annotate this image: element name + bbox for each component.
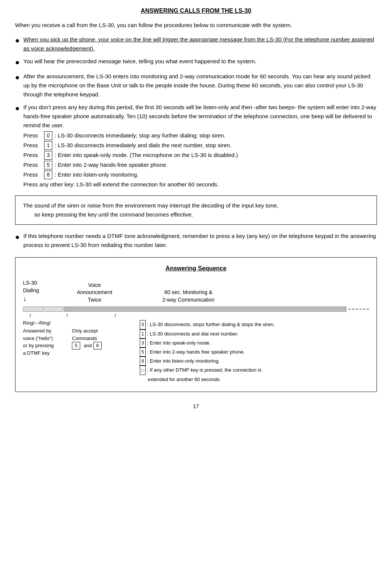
cmd-other: □ : If any other DTMF key is pressed, th… <box>140 366 369 384</box>
list-item-2: ● You will hear the prerecorded message … <box>15 57 377 68</box>
press-row-5: Press 5 : Enter into 2-way hands-free sp… <box>23 161 377 169</box>
bullet-dot-1: ● <box>15 34 20 46</box>
cmd-1: 1 : LS-30 disconnects and dial next numb… <box>140 329 369 339</box>
list-item-4: ● If you don’t press any key during this… <box>15 103 377 189</box>
bullet-dot-3: ● <box>15 71 20 83</box>
press-row-0: Press 0 : LS-30 disconnects immediately;… <box>23 131 377 140</box>
timeline-box2 <box>43 307 63 312</box>
press-desc-0: : LS-30 disconnects immediately; stop an… <box>55 131 226 140</box>
answering-section: Answering Sequence LS-30Dialing↓ VoiceAn… <box>15 257 377 392</box>
seq-top-labels: LS-30Dialing↓ VoiceAnnouncementTwice 60 … <box>23 279 369 303</box>
press-label-8: Press <box>23 171 44 179</box>
cmd-0: 0 : LS-30 disconnects, stops further dia… <box>140 320 369 329</box>
timeline-bar-row <box>23 307 369 312</box>
arrows-row: ↑ ↑ ↑ <box>23 313 369 319</box>
bullet-content-1: When you pick up the phone, your voice o… <box>23 35 377 53</box>
press-desc-3: : Enter into speak-only mode. (The micro… <box>55 151 238 160</box>
sequence-diagram: LS-30Dialing↓ VoiceAnnouncementTwice 60 … <box>23 279 369 384</box>
timeline-box1 <box>23 307 43 312</box>
press-desc-1: : LS-30 disconnects immediately and dial… <box>55 141 231 150</box>
press-label-5: Press <box>23 161 44 169</box>
only-accept-label: Only acceptCommands5 and 8 <box>72 327 104 349</box>
bullet-content-5: If this telephone number needs a DTMF to… <box>23 232 377 250</box>
bullet-content-2: You will hear the prerecorded message tw… <box>23 57 377 66</box>
press-label-3: Press <box>23 151 44 160</box>
page-title: ANSWERING CALLS FROM THE LS-30 <box>15 8 377 14</box>
bullet-dot-5: ● <box>15 231 20 243</box>
answered-label: Answered byvoice ("hello")or by pressing… <box>23 327 68 357</box>
press-desc-5: : Enter into 2-way hands-free speaker ph… <box>55 161 168 169</box>
bullet-content-4: If you don’t press any key during this p… <box>23 103 377 189</box>
press-row-3: Press 3 : Enter into speak-only mode. (T… <box>23 151 377 160</box>
bullet1-underlined: When you pick up the phone, your voice o… <box>23 36 374 52</box>
press-any: Press any other key: LS-30 will extend t… <box>23 180 377 189</box>
arrow-up-voice: ↑ <box>66 313 69 319</box>
press-row-8: Press 8 : Enter into listen-only monitor… <box>23 171 377 179</box>
cmd-5: 5 : Enter into 2-way hands free speaker … <box>140 348 369 357</box>
bullet-list: ● When you pick up the phone, your voice… <box>15 35 377 189</box>
key-3: 3 <box>44 151 52 160</box>
press-desc-8: : Enter into listen-only monitoring. <box>55 171 139 179</box>
bullet-list-2: ● If this telephone number needs a DTMF … <box>15 232 377 250</box>
arrow-up-60sec: ↑ <box>114 313 117 319</box>
intro-paragraph: When you receive a call from the LS-30, … <box>15 21 377 30</box>
key-8-seq: 8 <box>93 342 102 349</box>
page-number: 17 <box>15 403 377 409</box>
bullet-content-3: After the announcement, the LS-30 enters… <box>23 72 377 99</box>
cmd-3: 3 : Enter into speak-only mode. <box>140 339 369 348</box>
bottom-section: Ring!---Ring! Answered byvoice ("hello")… <box>23 320 369 384</box>
label-voice-announcement: VoiceAnnouncementTwice <box>64 282 125 304</box>
answered-only-row: Answered byvoice ("hello")or by pressing… <box>23 327 132 357</box>
key-5: 5 <box>44 161 52 169</box>
list-item-3: ● After the announcement, the LS-30 ente… <box>15 72 377 99</box>
timeline-dashed <box>348 309 369 310</box>
key-8: 8 <box>44 171 52 179</box>
commands-list: 0 : LS-30 disconnects, stops further dia… <box>140 320 369 384</box>
arrow-up-ring: ↑ <box>29 313 32 319</box>
notice-box: The sound of the siren or noise from the… <box>15 195 377 225</box>
list-item-1: ● When you pick up the phone, your voice… <box>15 35 377 53</box>
key-1: 1 <box>44 141 52 150</box>
bullet-dot-2: ● <box>15 56 20 68</box>
press-label-0: Press <box>23 131 44 140</box>
bottom-left: Ring!---Ring! Answered byvoice ("hello")… <box>23 320 132 357</box>
notice-line2: so keep pressing the key until the comma… <box>34 211 193 218</box>
notice-line1: The sound of the siren or noise from the… <box>23 202 278 209</box>
ring-label: Ring!---Ring! <box>23 320 132 326</box>
label-monitoring: 60 sec. Monitoring &2-way Communication <box>162 289 215 303</box>
press-label-1: Press <box>23 141 44 150</box>
bullet-dot-4: ● <box>15 102 20 114</box>
press-row-1: Press 1 : LS-30 disconnects immediately … <box>23 141 377 150</box>
label-ls30-dialing: LS-30Dialing↓ <box>23 279 61 303</box>
cmd-8: 8 : Enter into listen-only monitoring. <box>140 357 369 366</box>
answering-sequence-title: Answering Sequence <box>23 265 369 272</box>
list-item-5: ● If this telephone number needs a DTMF … <box>15 232 377 250</box>
key-5-seq: 5 <box>72 342 80 349</box>
key-0: 0 <box>44 131 52 140</box>
press-section: Press 0 : LS-30 disconnects immediately;… <box>23 131 377 189</box>
timeline-bar-main <box>64 307 346 312</box>
